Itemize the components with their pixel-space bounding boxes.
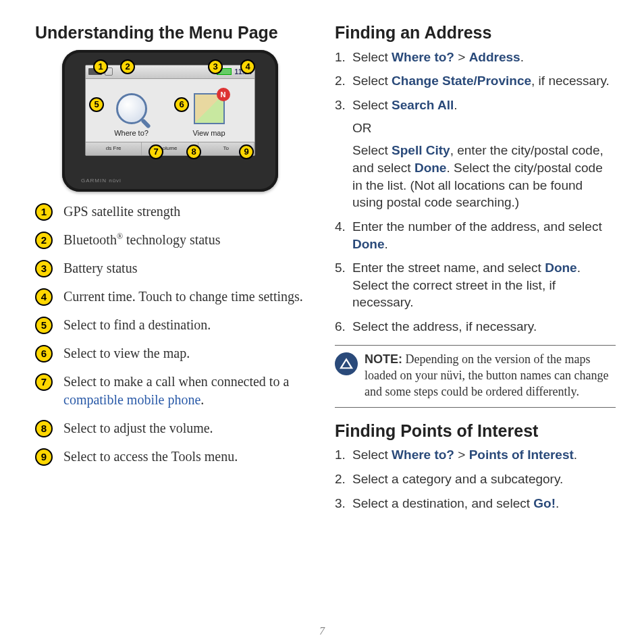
addr-step-6: Select the address, if necessary. — [335, 318, 616, 336]
where-to-label: Where to? — [98, 128, 165, 138]
legend-badge: 6 — [35, 345, 53, 363]
callout-1: 1 — [93, 59, 108, 74]
right-column: Finding an Address Select Where to? > Ad… — [335, 22, 616, 630]
heading-menu-page: Understanding the Menu Page — [35, 22, 316, 45]
ui-ref: Where to? — [392, 448, 454, 462]
status-bar: 11:24 — [86, 65, 254, 79]
legend-item-1: 1 GPS satellite strength — [35, 203, 316, 221]
magnifier-icon — [116, 93, 147, 124]
legend-text: Current time. Touch to change time setti… — [63, 288, 316, 306]
legend-badge: 8 — [35, 420, 53, 437]
ui-ref: Go! — [533, 496, 556, 510]
callout-7: 7 — [149, 144, 163, 159]
device-illustration: 1 2 3 4 5 6 7 8 9 11:24 — [62, 50, 278, 192]
ui-ref: Done — [545, 261, 577, 275]
compatible-phone-link[interactable]: compatible mobile phone — [63, 392, 200, 407]
legend-text: Select to find a destination. — [63, 316, 316, 334]
legend-badge: 1 — [35, 203, 53, 221]
addr-step-1: Select Where to? > Address. — [335, 49, 616, 66]
bottom-bar: ds Fre olume To — [86, 142, 254, 155]
ui-ref: Done — [414, 161, 447, 175]
legend-text: Battery status — [63, 259, 316, 277]
legend-item-4: 4 Current time. Touch to change time set… — [35, 288, 316, 306]
addr-step-3b: Select Spell City, enter the city/postal… — [352, 142, 616, 211]
legend-badge: 5 — [35, 317, 53, 334]
ui-ref: Points of Interest — [469, 448, 574, 462]
page-number: 7 — [319, 624, 325, 639]
callout-2: 2 — [120, 59, 135, 74]
legend-text: Bluetooth® technology status — [63, 231, 316, 249]
left-column: Understanding the Menu Page 1 2 3 4 5 6 … — [35, 22, 316, 630]
addr-step-5: Enter the street name, and select Done. … — [335, 259, 616, 311]
heading-finding-address: Finding an Address — [335, 22, 616, 45]
poi-step-2: Select a category and a subcategory. — [335, 471, 616, 488]
map-icon — [194, 93, 225, 124]
poi-step-3: Select a destination, and select Go!. — [335, 495, 616, 512]
bottom-seg-a: ds Fre — [86, 142, 142, 155]
legend-item-3: 3 Battery status — [35, 259, 316, 277]
note-label: NOTE: — [365, 352, 402, 366]
legend-text: Select to adjust the volume. — [63, 419, 316, 437]
legend-item-6: 6 Select to view the map. — [35, 344, 316, 363]
or-label: OR — [352, 119, 616, 137]
callout-5: 5 — [89, 97, 104, 112]
legend-badge: 3 — [35, 260, 53, 277]
legend-item-2: 2 Bluetooth® technology status — [35, 231, 316, 249]
where-to-button: Where to? — [98, 93, 165, 138]
note-icon — [335, 352, 358, 375]
legend-text: Select to access the Tools menu. — [63, 448, 316, 466]
ui-ref: Spell City — [392, 143, 450, 157]
ui-ref: Where to? — [392, 50, 454, 64]
legend-text: Select to make a call when connected to … — [63, 373, 316, 409]
callout-3: 3 — [208, 59, 223, 74]
note-text: NOTE: Depending on the version of the ma… — [365, 351, 616, 400]
device-screen: 11:24 Where to? View map ds Fre olume — [85, 65, 255, 156]
legend-item-7: 7 Select to make a call when connected t… — [35, 373, 316, 409]
address-steps: Select Where to? > Address. Select Chang… — [335, 49, 616, 336]
addr-step-3: Select Search All. OR Select Spell City,… — [335, 97, 616, 211]
ui-ref: Done — [352, 237, 385, 251]
ui-ref: Address — [469, 50, 520, 64]
legend-badge: 2 — [35, 232, 53, 249]
legend-item-8: 8 Select to adjust the volume. — [35, 419, 316, 437]
legend-badge: 7 — [35, 373, 53, 391]
view-map-label: View map — [176, 128, 243, 138]
addr-step-2: Select Change State/Province, if necessa… — [335, 72, 616, 90]
legend-text: GPS satellite strength — [63, 203, 316, 221]
legend-list: 1 GPS satellite strength 2 Bluetooth® te… — [35, 203, 316, 466]
ui-ref: Change State/Province — [392, 74, 531, 88]
ui-ref: Search All — [392, 98, 454, 112]
legend-text: Select to view the map. — [63, 344, 316, 363]
addr-step-4: Enter the number of the address, and sel… — [335, 218, 616, 252]
note-box: NOTE: Depending on the version of the ma… — [335, 345, 616, 408]
legend-item-5: 5 Select to find a destination. — [35, 316, 316, 334]
device-brand: GARMIN nüvi — [81, 178, 122, 185]
poi-steps: Select Where to? > Points of Interest. S… — [335, 446, 616, 512]
callout-4: 4 — [240, 59, 255, 74]
callout-8: 8 — [186, 144, 201, 159]
legend-badge: 4 — [35, 288, 53, 306]
legend-badge: 9 — [35, 448, 53, 466]
callout-6: 6 — [174, 97, 189, 112]
legend-item-9: 9 Select to access the Tools menu. — [35, 448, 316, 466]
poi-step-1: Select Where to? > Points of Interest. — [335, 446, 616, 464]
heading-finding-poi: Finding Points of Interest — [335, 420, 616, 443]
callout-9: 9 — [239, 144, 254, 159]
